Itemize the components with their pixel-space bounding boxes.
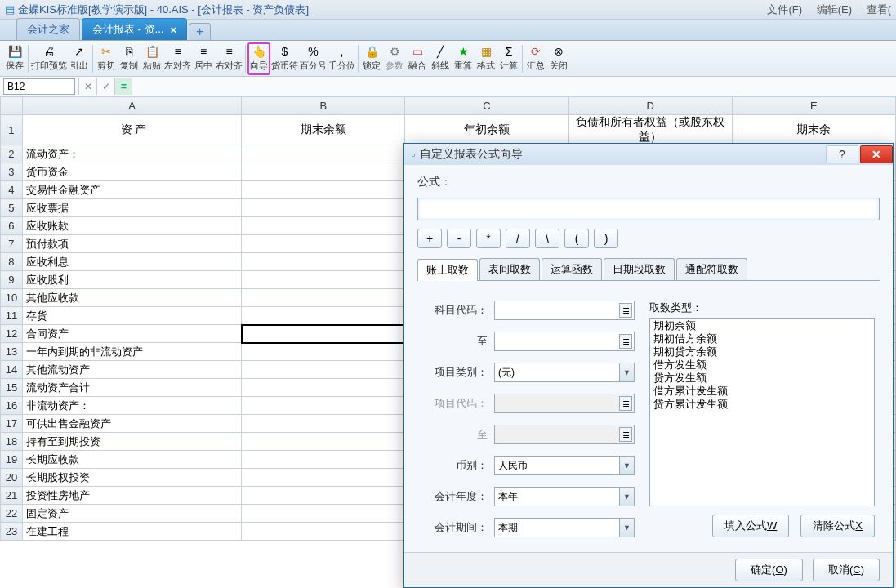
cell[interactable] <box>242 469 405 487</box>
row-header[interactable]: 2 <box>1 145 23 163</box>
operator-button[interactable]: / <box>506 229 530 248</box>
close-button[interactable]: ⊗关闭 <box>547 42 570 75</box>
operator-button[interactable]: ( <box>564 229 589 248</box>
col-d-header[interactable]: D <box>568 97 732 115</box>
cell[interactable] <box>242 217 405 235</box>
row-header[interactable]: 3 <box>1 163 23 181</box>
corner-header[interactable] <box>1 97 23 115</box>
col-b-header[interactable]: B <box>242 97 405 115</box>
wizard-tab[interactable]: 日期段取数 <box>604 258 675 280</box>
wizard-tab[interactable]: 通配符取数 <box>676 258 747 280</box>
row-header[interactable]: 19 <box>1 451 23 469</box>
menu-edit[interactable]: 编辑(E) <box>817 3 852 16</box>
percent-button[interactable]: %百分号 <box>299 42 328 75</box>
cell[interactable]: 在建工程 <box>22 523 241 541</box>
cell[interactable] <box>242 361 405 379</box>
paste-button[interactable]: 📋粘贴 <box>140 42 163 75</box>
equals-icon[interactable]: = <box>114 78 132 95</box>
cancel-edit-icon[interactable]: ✕ <box>78 78 96 95</box>
row-header[interactable]: 13 <box>1 343 23 361</box>
cell[interactable] <box>242 325 405 343</box>
cancel-button[interactable]: 取消(C) <box>813 559 880 581</box>
cell[interactable] <box>242 181 405 199</box>
align-right-button[interactable]: ≡右对齐 <box>215 42 243 75</box>
cell[interactable]: 可供出售金融资产 <box>22 415 241 433</box>
item-category-select[interactable]: (无)▼ <box>494 363 635 382</box>
params-button[interactable]: ⚙参数 <box>383 42 406 75</box>
cell[interactable] <box>242 145 405 163</box>
cell[interactable] <box>242 415 405 433</box>
row-header[interactable]: 6 <box>1 217 23 235</box>
cell[interactable] <box>242 253 405 271</box>
summary-button[interactable]: ⟳汇总 <box>524 42 547 75</box>
col-e-header[interactable]: E <box>732 97 895 115</box>
row-header[interactable]: 23 <box>1 523 23 541</box>
insert-formula-button[interactable]: 填入公式W <box>712 514 789 537</box>
wizard-tab[interactable]: 运算函数 <box>542 258 602 280</box>
thousand-button[interactable]: ,千分位 <box>328 42 356 75</box>
picker-icon[interactable]: ≣ <box>619 303 632 318</box>
list-item[interactable]: 期初贷方余额 <box>650 345 874 359</box>
cell[interactable]: 应收利息 <box>22 253 241 271</box>
cell[interactable] <box>242 487 405 505</box>
cell[interactable]: 非流动资产： <box>22 397 241 415</box>
wizard-tab[interactable]: 账上取数 <box>417 259 478 281</box>
cell[interactable]: 其他应收款 <box>22 289 241 307</box>
confirm-edit-icon[interactable]: ✓ <box>96 78 114 95</box>
row-header[interactable]: 22 <box>1 505 23 523</box>
operator-button[interactable]: ) <box>594 229 618 248</box>
help-button[interactable]: ? <box>826 145 858 163</box>
cell[interactable]: 其他流动资产 <box>22 361 241 379</box>
fiscal-year-select[interactable]: 本年▼ <box>494 487 635 506</box>
cell[interactable] <box>242 199 405 217</box>
cell-reference[interactable]: B12 <box>3 78 75 95</box>
row-header[interactable]: 9 <box>1 271 23 289</box>
cell[interactable]: 资 产 <box>22 115 241 145</box>
list-item[interactable]: 贷方累计发生额 <box>650 398 874 411</box>
slant-button[interactable]: ╱斜线 <box>429 42 452 75</box>
chevron-down-icon[interactable]: ▼ <box>619 488 634 506</box>
cell[interactable]: 期末余 <box>732 115 895 145</box>
calc-button[interactable]: Σ计算 <box>497 42 520 75</box>
cell[interactable]: 持有至到期投资 <box>22 433 241 451</box>
operator-button[interactable]: \ <box>535 229 559 248</box>
row-header[interactable]: 12 <box>1 325 23 343</box>
cell[interactable]: 一年内到期的非流动资产 <box>22 343 241 361</box>
row-header[interactable]: 18 <box>1 433 23 451</box>
row-header[interactable]: 7 <box>1 235 23 253</box>
cell[interactable] <box>242 451 405 469</box>
dialog-close-button[interactable]: ✕ <box>860 145 893 163</box>
list-item[interactable]: 贷方发生额 <box>650 372 874 385</box>
tab-add[interactable]: + <box>189 23 211 40</box>
chevron-down-icon[interactable]: ▼ <box>619 519 634 537</box>
currency-button[interactable]: $货币符 <box>270 42 299 75</box>
print-preview-button[interactable]: 🖨打印预览 <box>30 42 68 75</box>
chevron-down-icon[interactable]: ▼ <box>619 363 634 381</box>
row-header[interactable]: 11 <box>1 307 23 325</box>
row-header[interactable]: 10 <box>1 289 23 307</box>
cell[interactable] <box>242 343 405 361</box>
wizard-button[interactable]: 👆向导 <box>247 42 270 75</box>
row-header[interactable]: 15 <box>1 379 23 397</box>
cell[interactable]: 预付款项 <box>22 235 241 253</box>
list-item[interactable]: 借方累计发生额 <box>650 385 874 398</box>
col-a-header[interactable]: A <box>22 97 241 115</box>
cell[interactable]: 投资性房地产 <box>22 487 241 505</box>
row-header[interactable]: 5 <box>1 199 23 217</box>
cell[interactable]: 流动资产合计 <box>22 379 241 397</box>
cell[interactable]: 交易性金融资产 <box>22 181 241 199</box>
tab-home[interactable]: 会计之家 <box>16 18 80 40</box>
currency-select[interactable]: 人民币▼ <box>494 456 635 475</box>
cut-button[interactable]: ✂剪切 <box>95 42 118 75</box>
merge-button[interactable]: ▭融合 <box>406 42 429 75</box>
cell[interactable] <box>242 163 405 181</box>
cell[interactable] <box>242 505 405 523</box>
cell[interactable]: 货币资金 <box>22 163 241 181</box>
cell[interactable]: 期末余额 <box>242 115 405 145</box>
cell[interactable]: 应收账款 <box>22 217 241 235</box>
cell[interactable] <box>242 235 405 253</box>
cell[interactable] <box>242 271 405 289</box>
menu-file[interactable]: 文件(F) <box>767 3 802 16</box>
fetch-type-listbox[interactable]: 期初余额期初借方余额期初贷方余额借方发生额贷方发生额借方累计发生额贷方累计发生额 <box>649 318 875 506</box>
align-left-button[interactable]: ≡左对齐 <box>163 42 192 75</box>
